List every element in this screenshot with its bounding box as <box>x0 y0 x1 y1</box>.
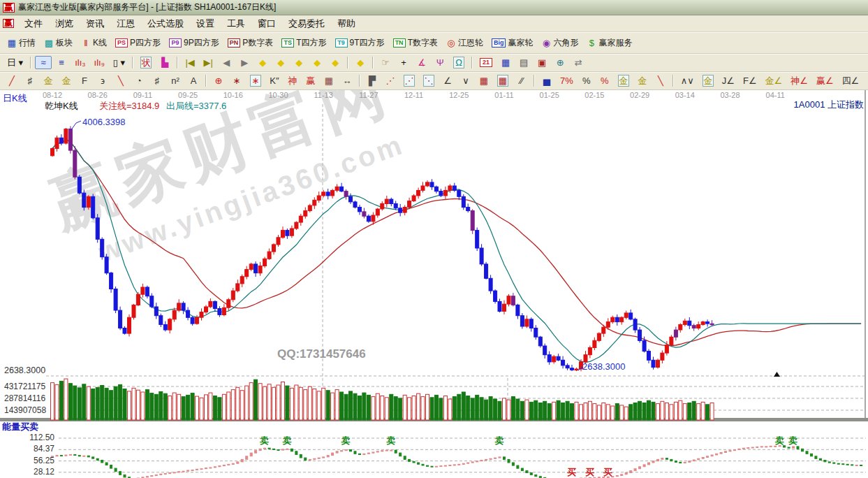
spiral-button[interactable]: ϶ <box>94 74 111 87</box>
zigzag-v-button[interactable]: ∨ <box>457 74 474 87</box>
k-quote-button[interactable]: K″ <box>266 74 283 87</box>
angle-a-button[interactable]: A <box>185 74 202 87</box>
smart-analysis-button[interactable]: Ω <box>450 55 468 70</box>
hexagon-button[interactable]: ◉六角形 <box>538 36 582 50</box>
p-number-table-button[interactable]: PNP数字表 <box>224 36 277 50</box>
av-wave-button[interactable]: ∧∨ <box>677 74 698 87</box>
slash-lines-button[interactable]: ∕∕ <box>513 74 530 87</box>
indicator-candle <box>851 465 853 465</box>
f-grid-button[interactable]: F <box>76 74 93 87</box>
save-button[interactable]: ▣ <box>534 56 550 69</box>
shen-tool-button[interactable]: 神 <box>284 74 301 87</box>
gold-box-button[interactable]: 金 <box>699 73 717 88</box>
pattern-box-button[interactable]: 状 <box>137 55 155 70</box>
zoom-left-diamond-button[interactable]: ◆ <box>254 56 271 69</box>
red-pen3-button[interactable]: ╲ <box>652 74 669 87</box>
gold-angle-button[interactable]: 金∠ <box>762 74 786 87</box>
ying-angle-button[interactable]: 赢∠ <box>813 74 837 87</box>
menu-settings[interactable]: 设置 <box>190 16 221 31</box>
grid-calendar-button[interactable]: ▦ <box>321 74 337 87</box>
star-box-button[interactable]: ∗ <box>247 73 265 88</box>
percent-line-button[interactable]: % <box>596 74 613 87</box>
market-quotes-button[interactable]: ▦行情 <box>3 36 39 50</box>
crosshair-button[interactable]: + <box>395 56 412 69</box>
last-bar-button[interactable]: ▶| <box>200 56 216 69</box>
p-square-button[interactable]: PSP四方形 <box>112 36 164 50</box>
gann-fan-box-button[interactable]: ⋰ <box>400 73 418 88</box>
menu-news[interactable]: 资讯 <box>80 16 110 31</box>
9p-square-button[interactable]: P99P四方形 <box>165 36 223 50</box>
menu-window[interactable]: 窗口 <box>251 16 282 31</box>
t-number-table-button[interactable]: TNT数字表 <box>390 36 441 50</box>
histogram-button[interactable]: ▅ <box>538 74 555 87</box>
trend-overlay-button[interactable]: ≈ <box>35 56 52 69</box>
gann-wheel-button[interactable]: ◎江恩轮 <box>443 36 487 50</box>
9t-square-button[interactable]: T99T四方形 <box>332 36 388 50</box>
export-web-button[interactable]: ⊕ <box>552 56 568 69</box>
star-burst-button[interactable]: ∗ <box>228 74 245 87</box>
next-bar-button[interactable]: ▶ <box>236 56 253 69</box>
prev-bar-button[interactable]: ◀ <box>218 56 235 69</box>
gann-fan-box2-button[interactable]: ⋱ <box>420 73 438 88</box>
notes-button[interactable]: ▤ <box>515 56 532 69</box>
candle-style-dropdown[interactable]: ▯ ▾ <box>110 56 128 69</box>
ying-tool-button[interactable]: 赢 <box>302 74 319 87</box>
winner-service-button[interactable]: $赢家服务 <box>583 36 635 50</box>
sectors-button[interactable]: ▩板块 <box>41 36 76 50</box>
draw-pen-button[interactable]: ╱ <box>3 74 20 87</box>
h-arrows-button[interactable]: ↔ <box>339 74 355 87</box>
kline-chart-canvas[interactable]: 卖卖卖卖卖卖卖买买买 <box>0 90 868 478</box>
gann-tool-button[interactable]: Ψ <box>432 56 448 69</box>
percent-button[interactable]: % <box>578 74 595 87</box>
calendar-button[interactable]: 21 <box>476 57 496 68</box>
angle-measure-button[interactable]: ∡ <box>413 56 430 69</box>
zoom-all-diamond-button[interactable]: ◆ <box>327 56 344 69</box>
kline-button[interactable]: ǁK线 <box>78 36 110 50</box>
menu-help[interactable]: 帮助 <box>331 16 362 31</box>
menu-gann[interactable]: 江恩 <box>110 16 141 31</box>
zoom-right-diamond-button[interactable]: ◆ <box>272 56 289 69</box>
f-angle-button[interactable]: F∠ <box>740 74 760 87</box>
menu-tools[interactable]: 工具 <box>221 16 251 31</box>
gold-circle-button[interactable]: 金 <box>615 73 633 88</box>
quote-info-button[interactable]: ≡ <box>53 56 70 69</box>
menu-trade-entrust[interactable]: 交易委托 <box>282 16 331 31</box>
bars-9-button[interactable]: ılı₉ <box>91 56 108 69</box>
time-clock-button[interactable]: ◔ <box>131 74 147 87</box>
red-grid-button[interactable]: ▦ <box>476 74 492 87</box>
menu-file[interactable]: 文件 <box>18 16 49 31</box>
zoom-h-diamond-button[interactable]: ◆ <box>290 56 307 69</box>
j-angle-icon: J∠ <box>722 75 735 86</box>
kline-chart-area[interactable]: 赢家财富网® www.yingjia360.com 卖卖卖卖卖卖卖买买买 08-… <box>0 90 868 478</box>
j-angle-button[interactable]: J∠ <box>719 74 738 87</box>
volume-bar <box>304 390 307 420</box>
gann-fan-button[interactable]: ⋰ <box>382 74 399 87</box>
color-histogram-button[interactable]: ▙ <box>156 56 173 69</box>
draw-pen2-button[interactable]: ╲ <box>112 74 129 87</box>
shen-angle-button[interactable]: 神∠ <box>787 74 811 87</box>
four-angle-button[interactable]: 四∠ <box>839 74 863 87</box>
hash-grid-button[interactable]: ♯ <box>149 74 165 87</box>
pencil-lines-button[interactable]: ∠ <box>439 74 456 87</box>
period-day-dropdown[interactable]: 日 ▾ <box>3 56 27 69</box>
zoom-x-diamond-button[interactable]: ◆ <box>309 56 325 69</box>
winner-wheel-button[interactable]: Big赢家轮 <box>488 36 537 50</box>
target-circle-button[interactable]: ⊕ <box>210 74 227 87</box>
n-square-button[interactable]: n² <box>167 74 184 87</box>
t-square-button[interactable]: TST四方形 <box>278 36 330 50</box>
gold-underline-button[interactable]: 金 <box>634 74 651 87</box>
first-bar-button[interactable]: |◀ <box>182 56 198 69</box>
crop-box-button[interactable]: ▛ <box>364 74 381 87</box>
calculator-button[interactable]: ▦ <box>497 56 514 69</box>
hand-drag-button[interactable]: ☞ <box>377 56 394 69</box>
time-rail-button[interactable]: ♯ <box>22 74 38 87</box>
seven-percent-button[interactable]: 7% <box>557 74 577 87</box>
gold-grid2-button[interactable]: 金 <box>58 74 75 87</box>
menu-formula-stock-pick[interactable]: 公式选股 <box>141 16 190 31</box>
menu-browse[interactable]: 浏览 <box>49 16 80 31</box>
export-pc-button[interactable]: ⇄ <box>570 56 587 69</box>
bars-3-button[interactable]: ılı₃ <box>71 56 89 69</box>
red-grid-box-button[interactable]: ▦ <box>494 73 512 88</box>
zoom-reset-diamond-button[interactable]: ◆ <box>352 56 369 69</box>
gold-grid-button[interactable]: 金 <box>40 74 57 87</box>
